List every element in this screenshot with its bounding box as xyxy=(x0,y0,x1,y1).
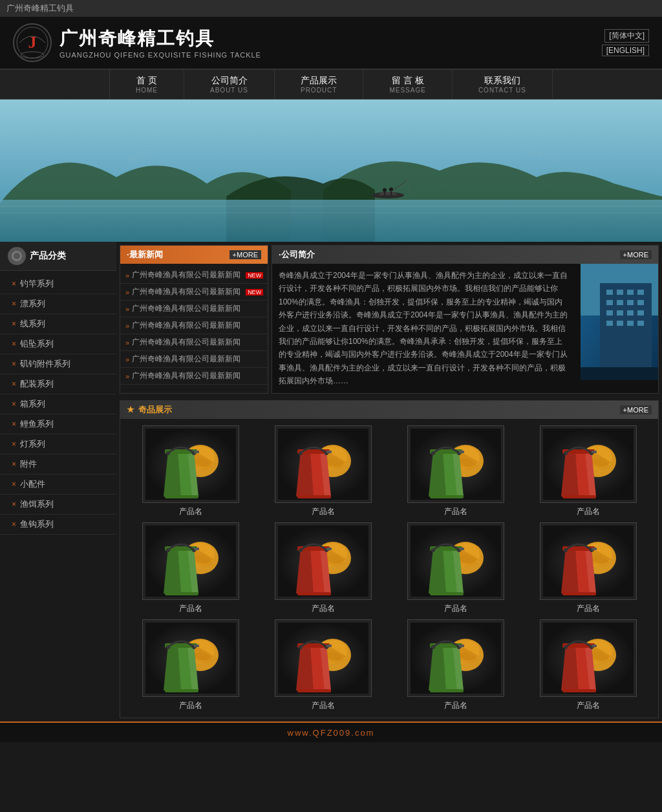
svg-rect-61 xyxy=(459,451,464,453)
product-image-0 xyxy=(142,425,239,503)
sidebar-item-0[interactable]: 钓竿系列 xyxy=(0,274,116,294)
news-section: ·最新新闻 +MORE 广州奇峰渔具有限公司最新新闻NEW广州奇峰渔具有限公司最… xyxy=(120,245,268,394)
news-more-button[interactable]: +MORE xyxy=(230,250,261,259)
sidebar-item-2[interactable]: 线系列 xyxy=(0,314,116,334)
sidebar-item-8[interactable]: 灯系列 xyxy=(0,434,116,454)
svg-point-66 xyxy=(564,451,568,455)
product-item-0[interactable]: 产品名 xyxy=(127,425,254,517)
products-more-button[interactable]: +MORE xyxy=(620,405,652,414)
sidebar-item-12[interactable]: 鱼钩系列 xyxy=(0,515,116,535)
svg-rect-125 xyxy=(459,645,464,647)
svg-point-106 xyxy=(166,645,170,649)
news-item-4[interactable]: 广州奇峰渔具有限公司最新新闻 xyxy=(120,334,268,351)
news-item-3[interactable]: 广州奇峰渔具有限公司最新新闻 xyxy=(120,317,268,334)
svg-rect-53 xyxy=(326,451,332,453)
svg-point-90 xyxy=(431,548,435,552)
svg-rect-33 xyxy=(606,321,613,326)
nav-item-2[interactable]: 产品展示PRODUCT xyxy=(275,70,363,99)
company-more-button[interactable]: +MORE xyxy=(620,250,652,259)
products-grid: 产品名 xyxy=(120,419,658,718)
svg-text:J: J xyxy=(28,33,37,52)
product-item-8[interactable]: 产品名 xyxy=(127,619,254,711)
nav-item-0[interactable]: 首 页HOME xyxy=(109,70,184,99)
nav-item-1[interactable]: 公司简介ABOUT US xyxy=(184,70,275,99)
product-item-6[interactable]: 产品名 xyxy=(392,522,519,614)
company-intro-body: 奇峰渔具成立于2004年是一家专门从事渔具、渔具配件为主的企业，成立以来一直自行… xyxy=(272,264,658,393)
product-item-3[interactable]: 产品名 xyxy=(524,425,652,517)
product-item-1[interactable]: 产品名 xyxy=(259,425,387,517)
sidebar-item-11[interactable]: 渔饵系列 xyxy=(0,495,116,515)
sidebar-item-7[interactable]: 鲤鱼系列 xyxy=(0,414,116,434)
product-name-4: 产品名 xyxy=(179,603,202,614)
company-intro: ·公司简介 +MORE 奇峰渔具成立于2004年是一家专门从事渔具、渔具配件为主… xyxy=(272,245,659,394)
footer-url: www.QFZ009.com xyxy=(288,728,375,738)
logo-title-en: GUANGZHOU QIFENG EXQUISITE FISHING TACKL… xyxy=(59,51,261,59)
product-image-4 xyxy=(142,522,239,600)
news-item-5[interactable]: 广州奇峰渔具有限公司最新新闻 xyxy=(120,351,268,368)
svg-point-130 xyxy=(564,645,568,649)
product-item-7[interactable]: 产品名 xyxy=(524,522,652,614)
svg-rect-77 xyxy=(194,548,199,550)
svg-point-82 xyxy=(299,548,303,552)
svg-point-8 xyxy=(383,188,387,192)
lang-en-link[interactable]: [ENGLISH] xyxy=(602,45,649,56)
news-item-2[interactable]: 广州奇峰渔具有限公司最新新闻 xyxy=(120,301,268,317)
sidebar-item-3[interactable]: 铅坠系列 xyxy=(0,334,116,354)
sidebar-item-6[interactable]: 箱系列 xyxy=(0,394,116,414)
svg-rect-124 xyxy=(430,689,464,692)
product-name-1: 产品名 xyxy=(312,506,335,517)
news-section-header: ·最新新闻 +MORE xyxy=(120,246,268,264)
svg-rect-29 xyxy=(606,310,613,315)
top-row: ·最新新闻 +MORE 广州奇峰渔具有限公司最新新闻NEW广州奇峰渔具有限公司最… xyxy=(116,242,662,397)
svg-point-114 xyxy=(299,645,303,649)
logo-text-area: 广州奇峰精工钓具 GUANGZHOU QIFENG EXQUISITE FISH… xyxy=(59,27,261,59)
product-item-4[interactable]: 产品名 xyxy=(127,522,254,614)
product-name-6: 产品名 xyxy=(444,603,467,614)
svg-rect-25 xyxy=(606,300,613,305)
product-item-11[interactable]: 产品名 xyxy=(524,619,652,711)
site-footer: www.QFZ009.com xyxy=(0,721,662,742)
nav-item-4[interactable]: 联系我们CONTACT US xyxy=(453,70,553,99)
product-image-7 xyxy=(540,522,637,600)
browser-title: 广州奇峰精工钓具 xyxy=(0,0,662,17)
company-intro-header: ·公司简介 +MORE xyxy=(272,246,658,264)
svg-rect-44 xyxy=(165,495,198,498)
products-section: 奇品展示 +MORE xyxy=(120,400,659,718)
sidebar-title: 产品分类 xyxy=(30,250,66,262)
svg-rect-68 xyxy=(562,495,596,498)
news-item-1[interactable]: 广州奇峰渔具有限公司最新新闻NEW xyxy=(120,284,268,301)
sidebar-item-1[interactable]: 漂系列 xyxy=(0,294,116,314)
svg-point-42 xyxy=(166,451,170,455)
sidebar-item-4[interactable]: 矶钓附件系列 xyxy=(0,354,116,374)
product-item-9[interactable]: 产品名 xyxy=(259,619,387,711)
svg-rect-60 xyxy=(430,495,464,498)
products-title: 奇品展示 xyxy=(127,404,172,416)
nav-item-3[interactable]: 留 言 板MESSAGE xyxy=(363,70,452,99)
svg-rect-52 xyxy=(297,495,331,498)
sidebar-item-9[interactable]: 附件 xyxy=(0,454,116,475)
sidebar-item-10[interactable]: 小配件 xyxy=(0,475,116,495)
svg-rect-84 xyxy=(297,592,331,595)
lang-cn-link[interactable]: [简体中文] xyxy=(604,29,649,43)
nav-bar: 首 页HOME公司简介ABOUT US产品展示PRODUCT留 言 板MESSA… xyxy=(0,70,662,100)
svg-rect-30 xyxy=(617,310,623,315)
news-item-6[interactable]: 广州奇峰渔具有限公司最新新闻 xyxy=(120,368,268,385)
product-name-11: 产品名 xyxy=(577,700,600,711)
logo-area: J 广州奇峰精工钓具 GUANGZHOU QIFENG EXQUISITE FI… xyxy=(13,23,261,62)
sidebar-item-5[interactable]: 配装系列 xyxy=(0,374,116,394)
svg-rect-116 xyxy=(297,689,331,692)
svg-rect-108 xyxy=(165,689,198,692)
product-item-5[interactable]: 产品名 xyxy=(259,522,387,614)
product-item-10[interactable]: 产品名 xyxy=(392,619,519,711)
svg-rect-37 xyxy=(581,367,658,380)
svg-rect-32 xyxy=(637,310,644,315)
svg-rect-35 xyxy=(627,321,634,326)
svg-rect-45 xyxy=(194,451,199,453)
product-item-2[interactable]: 产品名 xyxy=(392,425,519,517)
svg-rect-100 xyxy=(562,592,596,595)
product-name-5: 产品名 xyxy=(312,603,335,614)
product-name-10: 产品名 xyxy=(444,700,467,711)
news-item-0[interactable]: 广州奇峰渔具有限公司最新新闻NEW xyxy=(120,267,268,284)
svg-rect-76 xyxy=(165,592,198,595)
product-image-9 xyxy=(275,619,372,697)
